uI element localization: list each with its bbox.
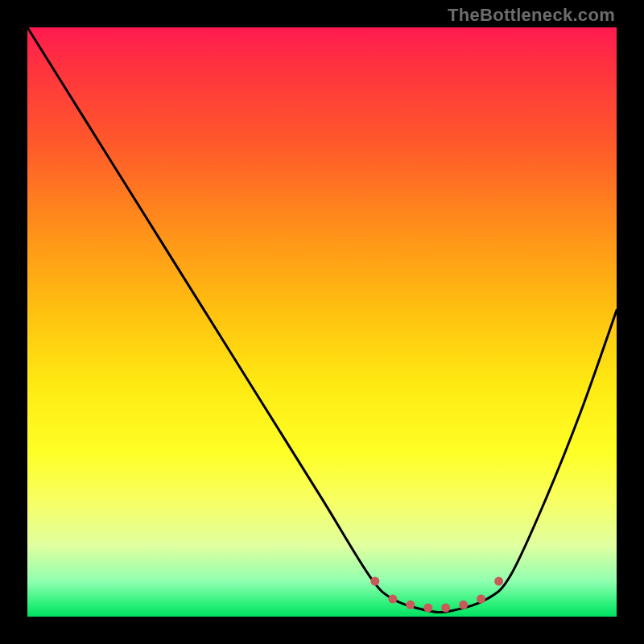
accent-dot xyxy=(423,604,432,613)
watermark-text: TheBottleneck.com xyxy=(448,5,615,26)
accent-dot xyxy=(494,577,503,586)
bottleneck-curve xyxy=(27,27,617,613)
accent-dot xyxy=(388,595,397,604)
curve-layer xyxy=(27,27,617,613)
accent-dot xyxy=(406,601,415,609)
accent-dot xyxy=(477,595,485,604)
chart-svg xyxy=(27,27,617,617)
accent-dot xyxy=(370,577,379,586)
accent-dot xyxy=(441,604,450,613)
plot-area xyxy=(27,27,617,617)
accent-dots xyxy=(370,577,503,613)
accent-dot xyxy=(459,601,468,609)
